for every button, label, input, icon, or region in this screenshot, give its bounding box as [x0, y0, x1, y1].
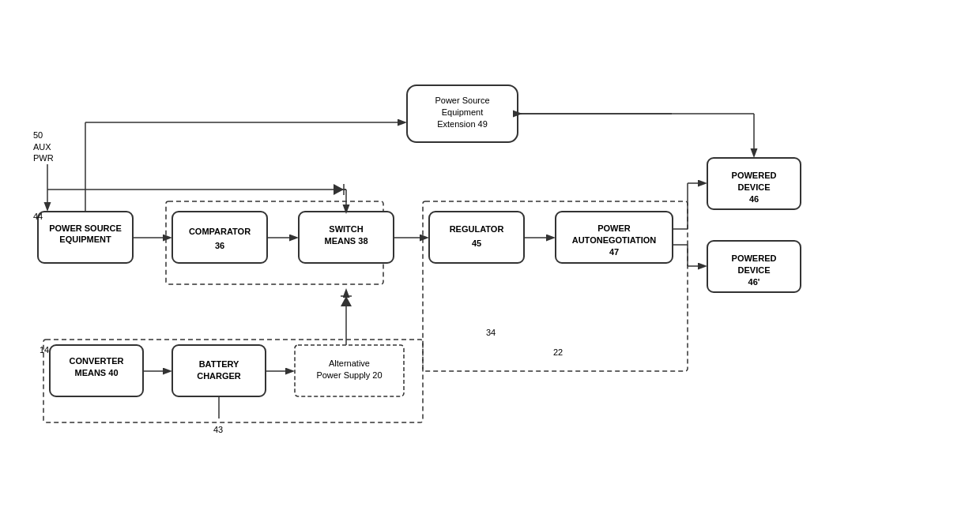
- battery-label2: CHARGER: [197, 371, 241, 381]
- pd2-label2: DEVICE: [738, 265, 771, 275]
- label-34: 34: [486, 328, 496, 337]
- alt-power-label2: Power Supply 20: [316, 370, 382, 380]
- pse-ext-label1: Power Source: [435, 96, 489, 105]
- pd1-label2: DEVICE: [738, 182, 771, 192]
- power-source-label: POWER SOURCE: [49, 223, 122, 233]
- svg-rect-7: [429, 212, 524, 263]
- aux-label1: AUX: [33, 142, 51, 152]
- label-43: 43: [213, 425, 223, 434]
- num-50: 50: [33, 130, 43, 140]
- power-source-label2: EQUIPMENT: [59, 235, 111, 244]
- autoneg-label: POWER: [597, 223, 631, 233]
- alt-power-label1: Alternative: [329, 358, 370, 368]
- label-44: 44: [33, 212, 43, 221]
- converter-label2: MEANS 40: [74, 368, 118, 377]
- comparator-label: COMPARATOR: [189, 227, 251, 236]
- diagram-container: POWER SOURCE EQUIPMENT 44 COMPARATOR 36 …: [0, 0, 980, 518]
- pd2-label: POWERED: [732, 253, 777, 263]
- autoneg-num: 47: [609, 247, 619, 257]
- regulator-num: 45: [472, 238, 481, 248]
- aux-label2: PWR: [33, 153, 54, 163]
- switch-means-label: SWITCH: [329, 224, 363, 234]
- label-22: 22: [553, 347, 563, 357]
- pse-ext-label3: Extension 49: [437, 119, 488, 129]
- regulator-label: REGULATOR: [450, 224, 504, 234]
- comparator-num: 36: [215, 241, 224, 250]
- pd1-num: 46: [749, 194, 759, 204]
- pd2-num: 46': [748, 277, 760, 287]
- label-14: 14: [40, 345, 49, 355]
- pd1-label: POWERED: [732, 171, 777, 180]
- autoneg-label2: AUTONEGOTIATION: [572, 235, 657, 245]
- pse-ext-label2: Equipment: [442, 107, 484, 117]
- switch-means-label2: MEANS 38: [324, 236, 368, 246]
- svg-rect-5: [172, 212, 267, 263]
- battery-label: BATTERY: [199, 359, 239, 369]
- converter-label: CONVERTER: [69, 356, 123, 366]
